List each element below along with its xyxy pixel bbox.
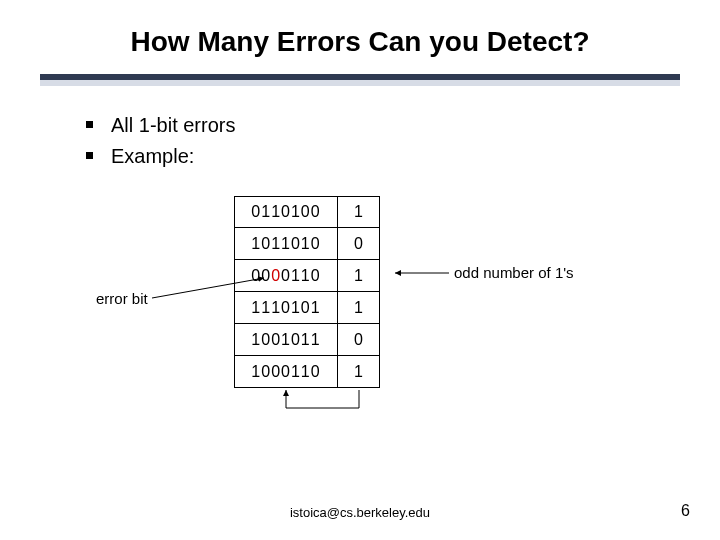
bullet-list: All 1-bit errors Example: (86, 112, 235, 174)
bullet-marker-icon (86, 152, 93, 159)
parity-cell: 1 (338, 196, 380, 228)
parity-table: 0110100 1 1011010 0 0000110 1 1110101 1 … (234, 196, 380, 388)
footer-email: istoica@cs.berkeley.edu (0, 505, 720, 520)
data-cell: 1000110 (234, 356, 338, 388)
bullet-item: All 1-bit errors (86, 112, 235, 139)
table-row: 1110101 1 (234, 292, 380, 324)
parity-cell: 1 (338, 292, 380, 324)
annotation-error-bit: error bit (96, 290, 148, 307)
bullet-marker-icon (86, 121, 93, 128)
parity-cell: 1 (338, 356, 380, 388)
annotation-odd-ones: odd number of 1's (454, 264, 574, 281)
data-cell: 1011010 (234, 228, 338, 260)
footer-page-number: 6 (681, 502, 690, 520)
title-rule-light (40, 80, 680, 86)
table-row: 1000110 1 (234, 356, 380, 388)
parity-cell: 0 (338, 228, 380, 260)
data-cell: 1001011 (234, 324, 338, 356)
parity-cell: 0 (338, 324, 380, 356)
table-row: 0110100 1 (234, 196, 380, 228)
bullet-text: Example: (111, 143, 194, 170)
parity-cell: 1 (338, 260, 380, 292)
data-cell: 1110101 (234, 292, 338, 324)
table-row: 1011010 0 (234, 228, 380, 260)
slide-title: How Many Errors Can you Detect? (0, 26, 720, 58)
table-row: 1001011 0 (234, 324, 380, 356)
table-row: 0000110 1 (234, 260, 380, 292)
data-cell: 0110100 (234, 196, 338, 228)
bullet-item: Example: (86, 143, 235, 170)
data-cell: 0000110 (234, 260, 338, 292)
slide: How Many Errors Can you Detect? All 1-bi… (0, 0, 720, 540)
bullet-text: All 1-bit errors (111, 112, 235, 139)
